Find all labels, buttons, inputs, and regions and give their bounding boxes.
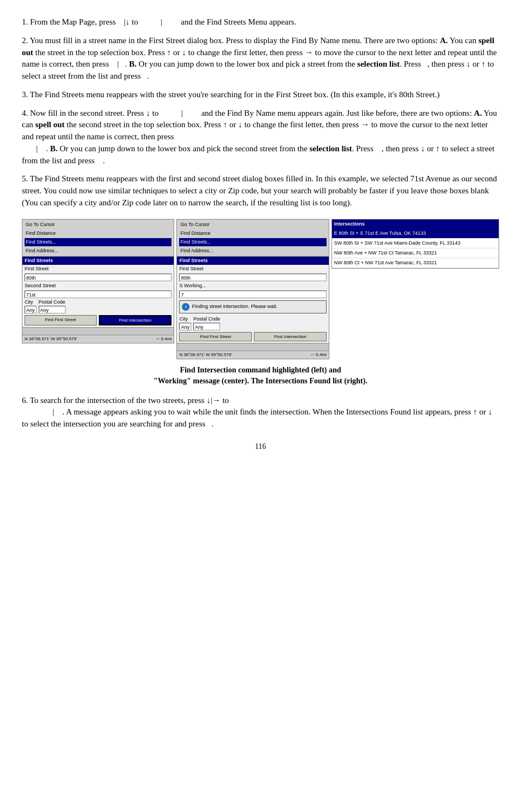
screenshot-panel-left: Go To Cursor Find Distance Find Streets.… bbox=[22, 219, 174, 344]
screenshots-row: Go To Cursor Find Distance Find Streets.… bbox=[22, 219, 499, 360]
menu-item-find-distance-c: Find Distance bbox=[179, 229, 326, 238]
panel-center-topbar: Go To Cursor Find Distance Find Streets.… bbox=[177, 220, 328, 257]
page-number: 116 bbox=[22, 441, 499, 452]
intersections-header: Intersections bbox=[332, 220, 499, 229]
panel-center-city-label: City bbox=[179, 316, 191, 323]
panel-left-city-value: Any bbox=[25, 306, 37, 313]
status-coords-left: N 36°08.971' W 95°50.579' bbox=[25, 336, 77, 342]
paragraph-5: 5. The Find Streets menu reappears with … bbox=[22, 173, 499, 209]
caption-line-2: "Working" message (center). The Intersec… bbox=[22, 376, 499, 387]
panel-left-statusbar: N 36°08.971' W 95°50.579' ↔ 0.4mi bbox=[22, 335, 174, 343]
screenshot-panel-right: Intersections E 80th St + S 71st E Ave T… bbox=[331, 219, 499, 269]
panel-left-first-street-label: First Street bbox=[22, 265, 174, 273]
working-message-box: i Finding street intersection. Please wa… bbox=[179, 300, 326, 313]
working-message-text: Finding street intersection. Please wait… bbox=[192, 303, 277, 310]
intersection-item-3[interactable]: NW 80th Ct + NW 71st Ave Tamarac, FL 333… bbox=[332, 258, 499, 268]
find-intersection-button-left[interactable]: Find Intersection bbox=[99, 315, 172, 326]
menu-item-goto-cursor-c: Go To Cursor bbox=[179, 221, 326, 229]
panel-center-postal-value: Any bbox=[193, 323, 220, 330]
panel-left-second-street-label: Second Street bbox=[22, 282, 174, 290]
panel-center-first-street-label: First Street bbox=[177, 265, 328, 273]
menu-item-find-address: Find Address... bbox=[25, 247, 171, 255]
status-coords-center: N 36°08.971' W 95°50.579' bbox=[179, 352, 232, 358]
panel-left-first-street-value: 80th bbox=[25, 274, 171, 281]
paragraph-4: 4. Now fill in the second street. Press … bbox=[22, 108, 499, 167]
menu-item-find-streets: Find Streets... bbox=[25, 238, 171, 246]
panel-left-btn-row: Find First Street Find Intersection bbox=[25, 315, 171, 326]
working-icon: i bbox=[182, 303, 190, 311]
panel-center-city-value: Any bbox=[179, 323, 191, 330]
panel-left-section-label: Find Streets bbox=[22, 257, 174, 265]
panel-left-postal-label: Postal Code bbox=[39, 299, 66, 306]
panel-left-topbar: Go To Cursor Find Distance Find Streets.… bbox=[22, 220, 174, 257]
panel-center-second-street-label: S Working... bbox=[177, 282, 328, 290]
paragraph-1: 1. From the Map Page, press |↓ to | and … bbox=[22, 16, 499, 28]
intersection-item-2[interactable]: NW 80th Ave + NW 71st Ct Tamarac, FL 333… bbox=[332, 248, 499, 258]
menu-item-goto-cursor: Go To Cursor bbox=[25, 221, 171, 229]
menu-item-find-streets-c: Find Streets... bbox=[179, 238, 326, 246]
paragraph-6: 6. To search for the intersection of the… bbox=[22, 395, 499, 430]
find-first-street-button-left[interactable]: Find First Street bbox=[25, 315, 97, 326]
screenshots-caption: Find Intersection command highlighted (l… bbox=[22, 365, 499, 387]
panel-left-city-label: City bbox=[25, 299, 37, 306]
status-scale-center: ↔ 0.4mi bbox=[310, 352, 327, 358]
intersection-item-0[interactable]: E 80th St + S 71st E Ave Tulsa, OK 74133 bbox=[332, 229, 499, 239]
status-scale-left: ↔ 0.4mi bbox=[156, 336, 172, 342]
panel-center-postal-label: Postal Code bbox=[193, 316, 220, 323]
panel-center-statusbar: N 36°08.971' W 95°50.579' ↔ 0.4mi bbox=[177, 351, 328, 359]
panel-left-second-street-value: 71st bbox=[25, 291, 171, 298]
panel-center-section-label: Find Streets bbox=[177, 257, 328, 265]
panel-left-postal-value: Any bbox=[39, 306, 66, 313]
paragraph-2: 2. You must fill in a street name in the… bbox=[22, 35, 499, 82]
caption-line-1: Find Intersection command highlighted (l… bbox=[22, 365, 499, 376]
panel-center-btn-row: Find First Street Find Intersection bbox=[179, 332, 326, 342]
panel-center-first-street-value: 80th bbox=[179, 274, 326, 281]
intersection-item-1[interactable]: SW 80th St + SW 71st Ave Miami-Dade Coun… bbox=[332, 239, 499, 248]
find-first-street-button-center[interactable]: Find First Street bbox=[179, 332, 252, 342]
panel-left-city-postal-row: City Any Postal Code Any bbox=[25, 299, 171, 313]
panel-center-city-postal-row: City Any Postal Code Any bbox=[179, 316, 326, 330]
panel-center-second-street-value: 7 bbox=[179, 291, 326, 298]
screenshot-panel-center: Go To Cursor Find Distance Find Streets.… bbox=[176, 219, 329, 360]
menu-item-find-address-c: Find Address... bbox=[179, 247, 326, 255]
paragraph-3: 3. The Find Streets menu reappears with … bbox=[22, 89, 499, 101]
find-intersection-button-center[interactable]: Find Intersection bbox=[254, 332, 327, 342]
menu-item-find-distance: Find Distance bbox=[25, 229, 171, 238]
